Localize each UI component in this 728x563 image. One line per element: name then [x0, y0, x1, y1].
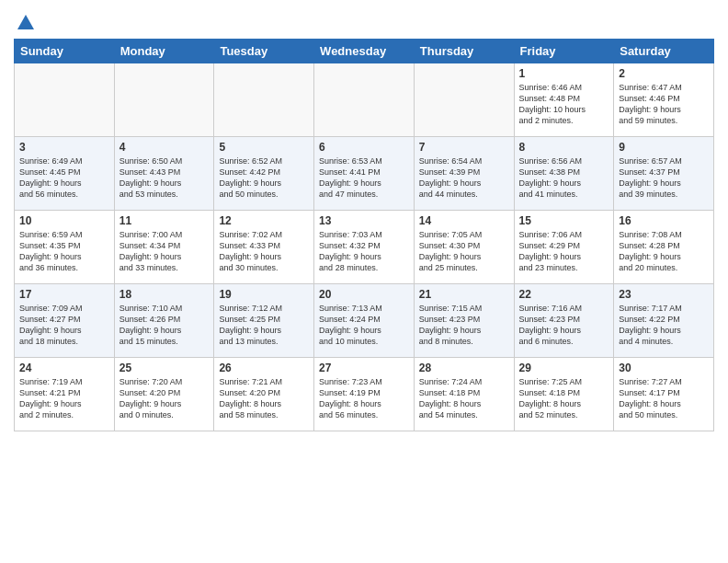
calendar-cell: 3Sunrise: 6:49 AM Sunset: 4:45 PM Daylig…	[15, 137, 115, 211]
logo-icon	[16, 13, 36, 33]
day-info: Sunrise: 7:03 AM Sunset: 4:32 PM Dayligh…	[319, 229, 409, 274]
calendar-cell: 21Sunrise: 7:15 AM Sunset: 4:23 PM Dayli…	[414, 284, 514, 358]
day-number: 10	[19, 214, 109, 227]
calendar-cell: 7Sunrise: 6:54 AM Sunset: 4:39 PM Daylig…	[414, 137, 514, 211]
calendar-cell: 4Sunrise: 6:50 AM Sunset: 4:43 PM Daylig…	[114, 137, 214, 211]
day-number: 28	[419, 362, 509, 374]
day-number: 23	[619, 288, 709, 301]
svg-marker-0	[17, 15, 34, 29]
day-number: 25	[119, 362, 210, 374]
day-info: Sunrise: 7:17 AM Sunset: 4:22 PM Dayligh…	[619, 303, 709, 348]
calendar-cell: 29Sunrise: 7:25 AM Sunset: 4:18 PM Dayli…	[514, 358, 614, 431]
day-info: Sunrise: 6:53 AM Sunset: 4:41 PM Dayligh…	[319, 155, 409, 201]
calendar-cell: 9Sunrise: 6:57 AM Sunset: 4:37 PM Daylig…	[614, 137, 714, 211]
calendar-table: SundayMondayTuesdayWednesdayThursdayFrid…	[14, 39, 714, 431]
day-info: Sunrise: 7:08 AM Sunset: 4:28 PM Dayligh…	[619, 229, 709, 274]
calendar-cell: 19Sunrise: 7:12 AM Sunset: 4:25 PM Dayli…	[214, 284, 314, 358]
week-row-3: 10Sunrise: 6:59 AM Sunset: 4:35 PM Dayli…	[15, 211, 714, 284]
day-number: 20	[319, 288, 409, 301]
day-info: Sunrise: 7:27 AM Sunset: 4:17 PM Dayligh…	[619, 376, 709, 421]
day-number: 11	[119, 214, 210, 227]
calendar-cell	[314, 63, 415, 137]
calendar-cell: 18Sunrise: 7:10 AM Sunset: 4:26 PM Dayli…	[114, 284, 214, 358]
day-number: 19	[219, 288, 309, 301]
day-number: 13	[319, 214, 409, 227]
page-container: SundayMondayTuesdayWednesdayThursdayFrid…	[0, 0, 728, 441]
day-number: 18	[119, 288, 210, 301]
day-number: 22	[519, 288, 609, 301]
week-row-4: 17Sunrise: 7:09 AM Sunset: 4:27 PM Dayli…	[15, 284, 714, 358]
day-info: Sunrise: 7:24 AM Sunset: 4:18 PM Dayligh…	[419, 376, 509, 421]
weekday-header-row: SundayMondayTuesdayWednesdayThursdayFrid…	[15, 40, 714, 63]
weekday-wednesday: Wednesday	[314, 40, 415, 63]
day-info: Sunrise: 6:59 AM Sunset: 4:35 PM Dayligh…	[19, 229, 109, 274]
calendar-cell: 17Sunrise: 7:09 AM Sunset: 4:27 PM Dayli…	[15, 284, 115, 358]
calendar-cell: 22Sunrise: 7:16 AM Sunset: 4:23 PM Dayli…	[514, 284, 614, 358]
day-info: Sunrise: 6:49 AM Sunset: 4:45 PM Dayligh…	[19, 155, 109, 201]
calendar-cell: 13Sunrise: 7:03 AM Sunset: 4:32 PM Dayli…	[314, 211, 415, 284]
day-info: Sunrise: 7:13 AM Sunset: 4:24 PM Dayligh…	[319, 303, 409, 348]
day-info: Sunrise: 7:20 AM Sunset: 4:20 PM Dayligh…	[119, 376, 210, 421]
calendar-cell	[214, 63, 314, 137]
calendar-cell	[114, 63, 214, 137]
day-info: Sunrise: 6:57 AM Sunset: 4:37 PM Dayligh…	[619, 155, 709, 201]
day-info: Sunrise: 7:05 AM Sunset: 4:30 PM Dayligh…	[419, 229, 509, 274]
day-info: Sunrise: 7:23 AM Sunset: 4:19 PM Dayligh…	[319, 376, 409, 421]
week-row-1: 1Sunrise: 6:46 AM Sunset: 4:48 PM Daylig…	[15, 63, 714, 137]
weekday-monday: Monday	[114, 40, 214, 63]
day-number: 30	[619, 362, 709, 374]
calendar-cell: 27Sunrise: 7:23 AM Sunset: 4:19 PM Dayli…	[314, 358, 415, 431]
week-row-5: 24Sunrise: 7:19 AM Sunset: 4:21 PM Dayli…	[15, 358, 714, 431]
calendar-cell: 30Sunrise: 7:27 AM Sunset: 4:17 PM Dayli…	[614, 358, 714, 431]
weekday-thursday: Thursday	[414, 40, 514, 63]
calendar-cell: 24Sunrise: 7:19 AM Sunset: 4:21 PM Dayli…	[15, 358, 115, 431]
day-number: 4	[119, 141, 210, 154]
calendar-cell	[15, 63, 115, 137]
calendar-cell: 23Sunrise: 7:17 AM Sunset: 4:22 PM Dayli…	[614, 284, 714, 358]
day-number: 7	[419, 141, 509, 154]
day-number: 1	[519, 67, 609, 80]
day-number: 27	[319, 362, 409, 374]
day-number: 26	[219, 362, 309, 374]
day-info: Sunrise: 7:09 AM Sunset: 4:27 PM Dayligh…	[19, 303, 109, 348]
day-info: Sunrise: 7:06 AM Sunset: 4:29 PM Dayligh…	[519, 229, 609, 274]
day-info: Sunrise: 7:25 AM Sunset: 4:18 PM Dayligh…	[519, 376, 609, 421]
day-info: Sunrise: 7:21 AM Sunset: 4:20 PM Dayligh…	[219, 376, 309, 421]
calendar-cell: 26Sunrise: 7:21 AM Sunset: 4:20 PM Dayli…	[214, 358, 314, 431]
day-number: 9	[619, 141, 709, 154]
calendar-cell: 16Sunrise: 7:08 AM Sunset: 4:28 PM Dayli…	[614, 211, 714, 284]
day-info: Sunrise: 6:50 AM Sunset: 4:43 PM Dayligh…	[119, 155, 210, 201]
day-number: 5	[219, 141, 309, 154]
day-info: Sunrise: 7:10 AM Sunset: 4:26 PM Dayligh…	[119, 303, 210, 348]
calendar-cell: 8Sunrise: 6:56 AM Sunset: 4:38 PM Daylig…	[514, 137, 614, 211]
day-info: Sunrise: 7:00 AM Sunset: 4:34 PM Dayligh…	[119, 229, 210, 274]
calendar-cell: 28Sunrise: 7:24 AM Sunset: 4:18 PM Dayli…	[414, 358, 514, 431]
day-info: Sunrise: 7:15 AM Sunset: 4:23 PM Dayligh…	[419, 303, 509, 348]
day-number: 6	[319, 141, 409, 154]
day-info: Sunrise: 7:16 AM Sunset: 4:23 PM Dayligh…	[519, 303, 609, 348]
day-number: 29	[519, 362, 609, 374]
calendar-cell	[414, 63, 514, 137]
day-info: Sunrise: 6:54 AM Sunset: 4:39 PM Dayligh…	[419, 155, 509, 201]
calendar-cell: 10Sunrise: 6:59 AM Sunset: 4:35 PM Dayli…	[15, 211, 115, 284]
weekday-sunday: Sunday	[15, 40, 115, 63]
day-number: 17	[19, 288, 109, 301]
calendar-cell: 11Sunrise: 7:00 AM Sunset: 4:34 PM Dayli…	[114, 211, 214, 284]
day-number: 12	[219, 214, 309, 227]
day-info: Sunrise: 7:02 AM Sunset: 4:33 PM Dayligh…	[219, 229, 309, 274]
calendar-cell: 20Sunrise: 7:13 AM Sunset: 4:24 PM Dayli…	[314, 284, 415, 358]
calendar-cell: 6Sunrise: 6:53 AM Sunset: 4:41 PM Daylig…	[314, 137, 415, 211]
day-info: Sunrise: 6:52 AM Sunset: 4:42 PM Dayligh…	[219, 155, 309, 201]
day-number: 21	[419, 288, 509, 301]
day-info: Sunrise: 6:46 AM Sunset: 4:48 PM Dayligh…	[519, 82, 609, 127]
calendar-cell: 14Sunrise: 7:05 AM Sunset: 4:30 PM Dayli…	[414, 211, 514, 284]
day-info: Sunrise: 7:12 AM Sunset: 4:25 PM Dayligh…	[219, 303, 309, 348]
day-number: 8	[519, 141, 609, 154]
calendar-cell: 1Sunrise: 6:46 AM Sunset: 4:48 PM Daylig…	[514, 63, 614, 137]
weekday-saturday: Saturday	[614, 40, 714, 63]
day-info: Sunrise: 6:56 AM Sunset: 4:38 PM Dayligh…	[519, 155, 609, 201]
calendar-cell: 15Sunrise: 7:06 AM Sunset: 4:29 PM Dayli…	[514, 211, 614, 284]
day-info: Sunrise: 7:19 AM Sunset: 4:21 PM Dayligh…	[19, 376, 109, 421]
calendar-cell: 12Sunrise: 7:02 AM Sunset: 4:33 PM Dayli…	[214, 211, 314, 284]
logo	[14, 13, 36, 33]
